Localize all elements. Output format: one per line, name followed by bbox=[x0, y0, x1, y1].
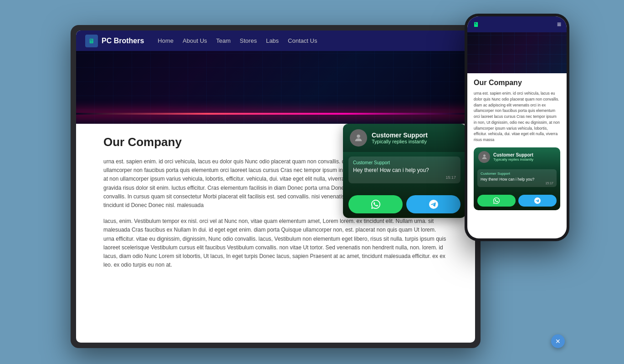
brand-name: PC Brothers bbox=[102, 37, 144, 45]
support-name: Customer Support bbox=[372, 131, 428, 139]
phone-hero-circuit bbox=[467, 32, 567, 73]
support-status: Typically replies instantly bbox=[372, 139, 428, 144]
phone-chat-buttons bbox=[474, 192, 560, 210]
phone-chat-bubble: Customer Support Hey there! How can i he… bbox=[477, 169, 557, 187]
phone-content-title: Our Company bbox=[474, 79, 560, 87]
phone-bubble-time: 15:17 bbox=[481, 182, 553, 185]
bubble-text: Hey there! How can i help you? bbox=[353, 167, 456, 173]
nav-home[interactable]: Home bbox=[158, 37, 174, 44]
phone-chat-close-button[interactable]: ✕ bbox=[551, 334, 565, 348]
nav-about[interactable]: About Us bbox=[183, 37, 207, 44]
phone-bubble-text: Hey there! How can i help you? bbox=[481, 177, 553, 182]
chat-bubble: Customer Support Hey there! How can i he… bbox=[348, 157, 460, 183]
scene: 🖥 PC Brothers Home About Us Team Stores … bbox=[0, 0, 624, 364]
phone-chat-avatar bbox=[478, 151, 490, 163]
tablet-navbar: 🖥 PC Brothers Home About Us Team Stores … bbox=[76, 30, 475, 51]
phone-screen: 🖥 ≡ Our Company urna est. sapien enim. i… bbox=[467, 16, 567, 238]
chat-header: Customer Support Typically replies insta… bbox=[343, 124, 466, 152]
phone-chat-message-area: Customer Support Hey there! How can i he… bbox=[474, 167, 560, 192]
nav-team[interactable]: Team bbox=[216, 37, 231, 44]
phone-support-name: Customer Support bbox=[493, 152, 533, 157]
phone-content-text: urna est. sapien enim. id orci vehicula,… bbox=[474, 91, 560, 143]
tablet-screen: 🖥 PC Brothers Home About Us Team Stores … bbox=[76, 30, 475, 343]
logo-icon: 🖥 bbox=[85, 35, 98, 47]
chat-message-area: Customer Support Hey there! How can i he… bbox=[343, 152, 466, 191]
tablet-content: Our Company urna est. sapien enim. id or… bbox=[76, 124, 475, 343]
nav-contact[interactable]: Contact Us bbox=[288, 37, 317, 44]
phone-logo: 🖥 bbox=[473, 21, 479, 28]
chat-widget-phone: Customer Support Typically replies insta… bbox=[474, 147, 560, 210]
nav-labs[interactable]: Labs bbox=[266, 37, 279, 44]
nav-stores[interactable]: Stores bbox=[240, 37, 257, 44]
bubble-time: 15:17 bbox=[353, 175, 456, 180]
chat-widget-tablet: Customer Support Typically replies insta… bbox=[343, 124, 466, 218]
logo-area: 🖥 PC Brothers bbox=[85, 35, 144, 47]
phone-content: Our Company urna est. sapien enim. id or… bbox=[467, 73, 567, 238]
chat-buttons bbox=[343, 191, 466, 218]
content-paragraph2: lacus, enim. Vestibulum tempor ex nisl. … bbox=[103, 217, 448, 269]
phone-support-status: Typically replies instantly bbox=[493, 157, 533, 162]
phone-telegram-button[interactable] bbox=[518, 195, 557, 207]
telegram-button[interactable] bbox=[406, 195, 460, 213]
hamburger-menu-icon[interactable]: ≡ bbox=[557, 20, 561, 29]
whatsapp-button[interactable] bbox=[348, 195, 403, 213]
tablet-hero bbox=[76, 51, 475, 124]
phone-whatsapp-button[interactable] bbox=[477, 195, 516, 207]
bubble-label: Customer Support bbox=[353, 160, 456, 165]
phone-chat-header: Customer Support Typically replies insta… bbox=[474, 147, 560, 167]
phone-bubble-label: Customer Support bbox=[481, 172, 553, 176]
phone-navbar: 🖥 ≡ bbox=[467, 16, 567, 32]
hero-glow bbox=[76, 113, 475, 115]
svg-point-0 bbox=[357, 135, 360, 138]
svg-point-1 bbox=[483, 155, 486, 157]
tablet-device: 🖥 PC Brothers Home About Us Team Stores … bbox=[71, 25, 481, 348]
chat-avatar bbox=[350, 129, 367, 147]
phone-chat-header-text: Customer Support Typically replies insta… bbox=[493, 152, 533, 162]
nav-links: Home About Us Team Stores Labs Contact U… bbox=[158, 37, 317, 44]
phone-device: 🖥 ≡ Our Company urna est. sapien enim. i… bbox=[465, 14, 569, 241]
chat-header-text: Customer Support Typically replies insta… bbox=[372, 131, 428, 144]
phone-hero bbox=[467, 32, 567, 73]
